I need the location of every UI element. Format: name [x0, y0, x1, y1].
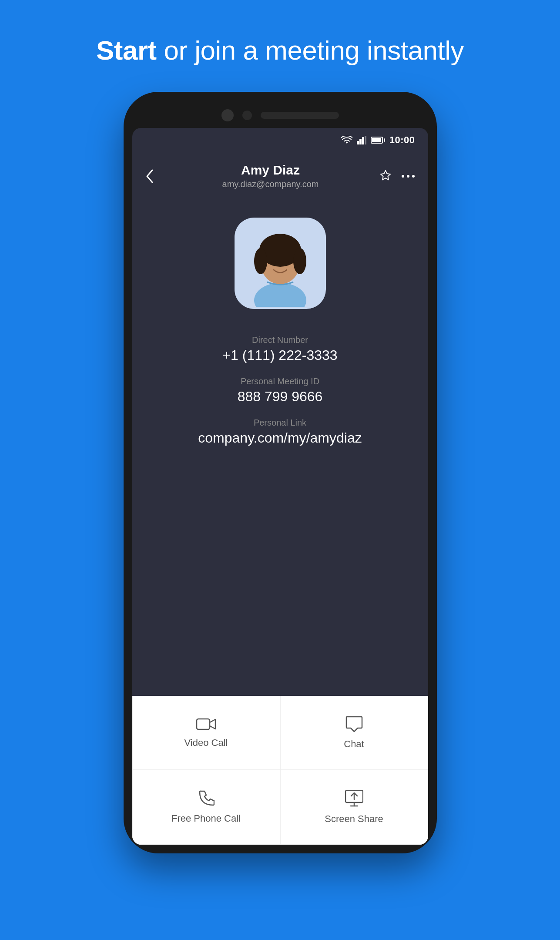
contact-email: amy.diaz@company.com — [163, 179, 379, 189]
phone-call-label: Free Phone Call — [171, 813, 241, 824]
camera-dot2 — [242, 111, 252, 120]
video-call-button[interactable]: Video Call — [132, 696, 280, 770]
status-time: 10:00 — [389, 134, 415, 146]
status-icons: 10:00 — [341, 134, 415, 146]
svg-point-6 — [412, 175, 415, 178]
phone-call-icon — [198, 790, 215, 807]
signal-icon — [357, 136, 366, 144]
direct-number-item: Direct Number +1 (111) 222-3333 — [222, 335, 337, 363]
personal-link-label: Personal Link — [198, 418, 362, 428]
direct-number-label: Direct Number — [222, 335, 337, 345]
contact-header: Amy Diaz amy.diaz@company.com — [132, 152, 428, 200]
svg-rect-0 — [357, 141, 359, 144]
svg-rect-1 — [359, 139, 362, 144]
svg-rect-2 — [362, 137, 364, 144]
wifi-icon — [341, 136, 352, 144]
video-call-icon — [196, 717, 216, 731]
svg-point-4 — [402, 175, 404, 178]
hero-heading: Start or join a meeting instantly — [96, 35, 464, 66]
svg-rect-3 — [365, 136, 366, 144]
contact-title: Amy Diaz amy.diaz@company.com — [163, 163, 379, 189]
personal-link-item: Personal Link company.com/my/amydiaz — [198, 418, 362, 446]
chat-icon — [345, 716, 363, 732]
status-bar: 10:00 — [132, 128, 428, 152]
phone-top-bar — [132, 101, 428, 128]
svg-rect-16 — [197, 719, 210, 729]
phone-screen: 10:00 Amy Diaz amy.diaz@company.com — [132, 128, 428, 845]
header-actions — [379, 169, 415, 183]
svg-point-14 — [272, 260, 276, 265]
meeting-id-label: Personal Meeting ID — [238, 376, 323, 386]
video-call-label: Video Call — [184, 737, 228, 749]
phone-call-button[interactable]: Free Phone Call — [132, 770, 280, 845]
screen-share-icon — [345, 790, 363, 807]
chat-button[interactable]: Chat — [280, 696, 428, 770]
meeting-id-item: Personal Meeting ID 888 799 9666 — [238, 376, 323, 405]
battery-icon — [371, 137, 385, 144]
avatar-image — [237, 220, 324, 307]
contact-info: Direct Number +1 (111) 222-3333 Personal… — [141, 335, 419, 446]
favorite-button[interactable] — [379, 169, 392, 183]
camera-dot — [221, 109, 234, 121]
screen-share-label: Screen Share — [325, 813, 383, 825]
svg-point-12 — [254, 248, 267, 274]
speaker-bar — [261, 112, 339, 119]
screen-share-button[interactable]: Screen Share — [280, 770, 428, 845]
hero-bold: Start — [96, 35, 157, 65]
meeting-id-value: 888 799 9666 — [238, 389, 323, 405]
phone-mockup: 10:00 Amy Diaz amy.diaz@company.com — [124, 92, 437, 853]
contact-body: Direct Number +1 (111) 222-3333 Personal… — [132, 200, 428, 696]
action-grid: Video Call Chat Free Phone Call — [132, 696, 428, 845]
personal-link-value: company.com/my/amydiaz — [198, 430, 362, 446]
chat-label: Chat — [344, 739, 364, 750]
svg-point-15 — [285, 260, 289, 265]
contact-avatar — [235, 218, 326, 309]
contact-name: Amy Diaz — [163, 163, 379, 178]
direct-number-value: +1 (111) 222-3333 — [222, 347, 337, 363]
svg-point-13 — [293, 248, 306, 274]
back-button[interactable] — [145, 169, 163, 183]
svg-point-5 — [407, 175, 409, 178]
hero-regular: or join a meeting instantly — [157, 35, 464, 65]
more-button[interactable] — [401, 174, 415, 178]
